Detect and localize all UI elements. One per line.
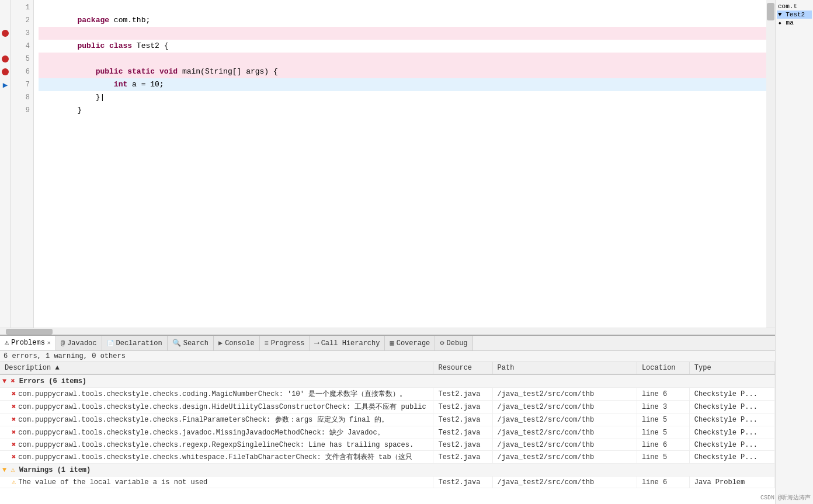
col-header-description[interactable]: Description ▲ bbox=[0, 362, 433, 374]
right-sidebar: com.t ▼ Test2 ⬥ ma bbox=[775, 0, 813, 504]
cell-resource: Test2.java bbox=[433, 426, 492, 439]
tree-item-test2[interactable]: ▼ Test2 bbox=[777, 11, 812, 19]
tab-debug[interactable]: ⚙ Debug bbox=[435, 336, 472, 351]
cell-resource: Test2.java bbox=[433, 439, 492, 451]
table-group-row[interactable]: ▼ ⚠ Warnings (1 item) bbox=[0, 464, 775, 477]
bp-5[interactable] bbox=[0, 53, 11, 65]
tab-declaration[interactable]: 📄 Declaration bbox=[102, 336, 168, 351]
tab-search[interactable]: 🔍 Search bbox=[168, 336, 214, 351]
tab-callhierarchy[interactable]: ⟶ Call Hierarchy bbox=[310, 336, 385, 351]
code-editor[interactable]: package com.thb; public class Test2 { pu… bbox=[34, 0, 766, 328]
problems-panel: 6 errors, 1 warning, 0 others Descriptio… bbox=[0, 351, 775, 504]
cell-description: ⚠The value of the local variable a is no… bbox=[0, 477, 433, 488]
table-row[interactable]: ✖com.puppycrawl.tools.checkstyle.checks.… bbox=[0, 401, 775, 413]
table-row[interactable]: ✖com.puppycrawl.tools.checkstyle.checks.… bbox=[0, 388, 775, 401]
col-header-resource[interactable]: Resource bbox=[433, 362, 492, 374]
line-num-7: 7 bbox=[11, 78, 30, 91]
cell-type: Checkstyle P... bbox=[689, 439, 774, 451]
bp-6[interactable] bbox=[0, 65, 11, 78]
watermark: CSDN @听海边涛声 bbox=[760, 493, 811, 502]
line-num-9: 9 bbox=[11, 104, 30, 117]
cell-path: /java_test2/src/com/thb bbox=[492, 439, 637, 451]
tab-problems-label: Problems bbox=[11, 339, 45, 347]
cell-type: Checkstyle P... bbox=[689, 451, 774, 464]
current-line-arrow: ▶ bbox=[3, 80, 8, 90]
editor-hscroll[interactable] bbox=[0, 328, 775, 335]
table-group-row[interactable]: ▼ ✖ Errors (6 items) bbox=[0, 374, 775, 388]
breakpoint-dot bbox=[2, 30, 9, 37]
breakpoint-dot-6 bbox=[2, 68, 9, 75]
bottom-panel: ⚠ Problems ✕ @ Javadoc 📄 Declaration 🔍 S… bbox=[0, 335, 775, 504]
declaration-icon: 📄 bbox=[107, 340, 114, 347]
bp-9 bbox=[0, 104, 11, 117]
code-line-1: package com.thb; bbox=[39, 1, 766, 14]
tab-coverage-label: Coverage bbox=[397, 339, 430, 347]
line-num-5: 5 bbox=[11, 53, 30, 65]
table-row[interactable]: ✖com.puppycrawl.tools.checkstyle.checks.… bbox=[0, 439, 775, 451]
line-num-3: 3 bbox=[11, 27, 30, 40]
tab-problems[interactable]: ⚠ Problems ✕ bbox=[0, 336, 56, 351]
problems-icon: ⚠ bbox=[5, 338, 9, 347]
code-line-9 bbox=[39, 104, 766, 117]
editor-vscroll[interactable] bbox=[766, 0, 775, 328]
tab-declaration-label: Declaration bbox=[116, 339, 162, 347]
tab-problems-close[interactable]: ✕ bbox=[47, 339, 51, 346]
cell-path: /java_test2/src/com/thb bbox=[492, 451, 637, 464]
main-container: ▶ 1 2 3 4 5 6 7 8 9 package com.thb; bbox=[0, 0, 775, 504]
cell-resource: Test2.java bbox=[433, 401, 492, 413]
line-num-6: 6 bbox=[11, 65, 30, 78]
code-line-8: } bbox=[39, 91, 766, 104]
bp-2 bbox=[0, 14, 11, 27]
tab-javadoc[interactable]: @ Javadoc bbox=[56, 336, 102, 351]
problems-table[interactable]: Description ▲ Resource Path Location Typ… bbox=[0, 362, 775, 504]
tree-item-com[interactable]: com.t bbox=[777, 2, 812, 11]
table-row[interactable]: ✖com.puppycrawl.tools.checkstyle.checks.… bbox=[0, 413, 775, 426]
cell-location: line 5 bbox=[637, 413, 689, 426]
tab-bar: ⚠ Problems ✕ @ Javadoc 📄 Declaration 🔍 S… bbox=[0, 336, 775, 351]
line-num-2: 2 bbox=[11, 14, 30, 27]
breakpoint-markers: ▶ bbox=[0, 0, 11, 328]
tab-progress[interactable]: ≡ Progress bbox=[260, 336, 310, 351]
cell-resource: Test2.java bbox=[433, 388, 492, 401]
tab-progress-label: Progress bbox=[271, 339, 305, 347]
bp-4 bbox=[0, 40, 11, 53]
cell-path: /java_test2/src/com/thb bbox=[492, 477, 637, 488]
col-header-type[interactable]: Type bbox=[689, 362, 774, 374]
bp-7: ▶ bbox=[0, 78, 11, 91]
col-header-location[interactable]: Location bbox=[637, 362, 689, 374]
line-numbers: 1 2 3 4 5 6 7 8 9 bbox=[11, 0, 34, 328]
tab-javadoc-label: Javadoc bbox=[67, 339, 96, 347]
breakpoint-dot-5 bbox=[2, 55, 9, 62]
progress-icon: ≡ bbox=[265, 339, 269, 347]
tab-callhierarchy-label: Call Hierarchy bbox=[321, 339, 380, 347]
group-label: ▼ ⚠ Warnings (1 item) bbox=[0, 464, 775, 477]
cell-description: ✖com.puppycrawl.tools.checkstyle.checks.… bbox=[0, 388, 433, 401]
cell-description: ✖com.puppycrawl.tools.checkstyle.checks.… bbox=[0, 426, 433, 439]
cell-location: line 5 bbox=[637, 426, 689, 439]
vscroll-thumb[interactable] bbox=[767, 3, 774, 20]
table-row[interactable]: ⚠The value of the local variable a is no… bbox=[0, 477, 775, 488]
callhierarchy-icon: ⟶ bbox=[314, 339, 318, 347]
cell-resource: Test2.java bbox=[433, 477, 492, 488]
cell-resource: Test2.java bbox=[433, 413, 492, 426]
line-num-8: 8 bbox=[11, 91, 30, 104]
search-icon: 🔍 bbox=[172, 339, 181, 347]
tree-item-main[interactable]: ⬥ ma bbox=[777, 19, 812, 27]
table-row[interactable]: ✖com.puppycrawl.tools.checkstyle.checks.… bbox=[0, 451, 775, 464]
cell-type: Checkstyle P... bbox=[689, 401, 774, 413]
cell-type: Checkstyle P... bbox=[689, 388, 774, 401]
bp-3[interactable] bbox=[0, 27, 11, 40]
tab-coverage[interactable]: ▦ Coverage bbox=[385, 336, 435, 351]
code-line-3: public class Test2 { bbox=[39, 27, 766, 40]
table-row[interactable]: ✖com.puppycrawl.tools.checkstyle.checks.… bbox=[0, 426, 775, 439]
hscroll-thumb[interactable] bbox=[6, 329, 53, 335]
tab-debug-label: Debug bbox=[447, 339, 468, 347]
cell-location: line 3 bbox=[637, 401, 689, 413]
col-header-path[interactable]: Path bbox=[492, 362, 637, 374]
bp-1 bbox=[0, 1, 11, 14]
line-num-1: 1 bbox=[11, 1, 30, 14]
problems-data-table: Description ▲ Resource Path Location Typ… bbox=[0, 362, 775, 488]
javadoc-icon: @ bbox=[61, 339, 65, 347]
tab-console[interactable]: ▶ Console bbox=[214, 336, 260, 351]
editor-area: ▶ 1 2 3 4 5 6 7 8 9 package com.thb; bbox=[0, 0, 775, 328]
